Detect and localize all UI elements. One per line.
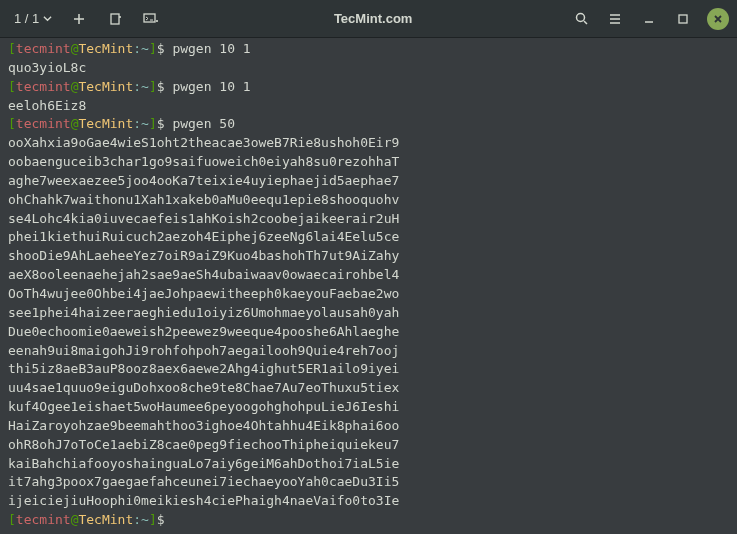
output-text: kuf4Ogee1eishaet5woHaumee6peyoogohghohpu… (8, 399, 399, 414)
output-text: eenah9ui8maigohJi9rohfohpoh7aegailooh9Qu… (8, 343, 399, 358)
terminal-line: OoTh4wujee0Ohbei4jaeJohpaewitheeph0kaeyo… (8, 285, 729, 304)
output-text: ohChahk7waithonu1Xah1xakeb0aMu0eequ1epie… (8, 192, 399, 207)
prompt-host: TecMint (78, 41, 133, 56)
terminal-line: ooXahxia9oGae4wieS1oht2theacae3oweB7Rie8… (8, 134, 729, 153)
terminal-line: se4Lohc4kia0iuvecaefeis1ahKoish2coobejai… (8, 210, 729, 229)
output-text: see1phei4haizeeraeghiedu1oiyiz6Umohmaeyo… (8, 305, 399, 320)
output-text: ohR8ohJ7oToCe1aebiZ8cae0peg9fiechooThiph… (8, 437, 399, 452)
terminal-line: oobaenguceib3char1go9saifuoweich0eiyah8s… (8, 153, 729, 172)
prompt-host: TecMint (78, 116, 133, 131)
output-text: phei1kiethuiRuicuch2aezoh4Eiphej6zeeNg6l… (8, 229, 399, 244)
output-text: ijeiciejiuHoophi0meikiesh4ciePhaigh4naeV… (8, 493, 399, 508)
titlebar: 1 / 1 TecMint.com (0, 0, 737, 38)
terminal-line: Due0echoomie0aeweish2peewez9weeque4poosh… (8, 323, 729, 342)
output-text: aghe7weexaezee5joo4ooKa7teixie4uyiephaej… (8, 173, 399, 188)
chevron-down-icon[interactable] (43, 14, 53, 23)
terminal-line: phei1kiethuiRuicuch2aezoh4Eiphej6zeeNg6l… (8, 228, 729, 247)
terminal-line: thi5iz8aeB3auP8ooz8aex6aewe2Ahg4ighut5ER… (8, 360, 729, 379)
window-title: TecMint.com (175, 11, 571, 26)
terminal-line: uu4sae1quuo9eiguDohxoo8che9te8Chae7Au7eo… (8, 379, 729, 398)
new-tab-button[interactable] (67, 7, 91, 31)
output-text: uu4sae1quuo9eiguDohxoo8che9te8Chae7Au7eo… (8, 380, 399, 395)
tab-counter: 1 / 1 (14, 11, 39, 26)
svg-rect-1 (144, 14, 155, 22)
output-text: aeX8ooleenaehejah2sae9aeSh4ubaiwaav0owae… (8, 267, 399, 282)
output-text: kaiBahchiafooyoshainguaLo7aiy6geiM6ahDot… (8, 456, 399, 471)
output-text: ooXahxia9oGae4wieS1oht2theacae3oweB7Rie8… (8, 135, 399, 150)
search-button[interactable] (571, 9, 591, 29)
terminal-line: kaiBahchiafooyoshainguaLo7aiy6geiM6ahDot… (8, 455, 729, 474)
terminal-line: [tecmint@TecMint:~]$ pwgen 50 (8, 115, 729, 134)
svg-point-2 (576, 14, 584, 22)
terminal-line: aeX8ooleenaehejah2sae9aeSh4ubaiwaav0owae… (8, 266, 729, 285)
new-window-button[interactable] (103, 7, 127, 31)
output-text: OoTh4wujee0Ohbei4jaeJohpaewitheeph0kaeyo… (8, 286, 399, 301)
terminal-line: eeloh6Eiz8 (8, 97, 729, 116)
output-text: it7ahg3poox7gaegaefahceunei7iechaeyooYah… (8, 474, 399, 489)
svg-rect-3 (679, 15, 687, 23)
prompt-user: tecmint (16, 79, 71, 94)
terminal-line: kuf4Ogee1eishaet5woHaumee6peyoogohghohpu… (8, 398, 729, 417)
output-text: oobaenguceib3char1go9saifuoweich0eiyah8s… (8, 154, 399, 169)
prompt-user: tecmint (16, 41, 71, 56)
command-text: pwgen 10 1 (172, 79, 250, 94)
prompt-host: TecMint (78, 512, 133, 527)
terminal-settings-button[interactable] (139, 7, 163, 31)
prompt-user: tecmint (16, 116, 71, 131)
close-button[interactable] (707, 8, 729, 30)
prompt-user: tecmint (16, 512, 71, 527)
maximize-button[interactable] (673, 9, 693, 29)
terminal-line: see1phei4haizeeraeghiedu1oiyiz6Umohmaeyo… (8, 304, 729, 323)
terminal-line: it7ahg3poox7gaegaefahceunei7iechaeyooYah… (8, 473, 729, 492)
terminal-body[interactable]: [tecmint@TecMint:~]$ pwgen 10 1quo3yioL8… (0, 38, 737, 534)
terminal-line: aghe7weexaezee5joo4ooKa7teixie4uyiephaej… (8, 172, 729, 191)
terminal-line: [tecmint@TecMint:~]$ (8, 511, 729, 530)
output-text: shooDie9AhLaeheeYez7oiR9aiZ9Kuo4bashohTh… (8, 248, 399, 263)
hamburger-menu-button[interactable] (605, 9, 625, 29)
output-text: eeloh6Eiz8 (8, 98, 86, 113)
terminal-line: HaiZaroyohzae9beemahthoo3ighoe4Ohtahhu4E… (8, 417, 729, 436)
right-controls (571, 8, 729, 30)
output-text: HaiZaroyohzae9beemahthoo3ighoe4Ohtahhu4E… (8, 418, 399, 433)
terminal-line: ijeiciejiuHoophi0meikiesh4ciePhaigh4naeV… (8, 492, 729, 511)
output-text: Due0echoomie0aeweish2peewez9weeque4poosh… (8, 324, 399, 339)
minimize-button[interactable] (639, 9, 659, 29)
command-text: pwgen 10 1 (172, 41, 250, 56)
output-text: se4Lohc4kia0iuvecaefeis1ahKoish2coobejai… (8, 211, 399, 226)
terminal-line: [tecmint@TecMint:~]$ pwgen 10 1 (8, 78, 729, 97)
terminal-line: ohR8ohJ7oToCe1aebiZ8cae0peg9fiechooThiph… (8, 436, 729, 455)
svg-rect-0 (111, 14, 119, 24)
terminal-line: eenah9ui8maigohJi9rohfohpoh7aegailooh9Qu… (8, 342, 729, 361)
terminal-line: ohChahk7waithonu1Xah1xakeb0aMu0eequ1epie… (8, 191, 729, 210)
output-text: thi5iz8aeB3auP8ooz8aex6aewe2Ahg4ighut5ER… (8, 361, 399, 376)
output-text: quo3yioL8c (8, 60, 86, 75)
command-text: pwgen 50 (172, 116, 235, 131)
prompt-host: TecMint (78, 79, 133, 94)
terminal-line: shooDie9AhLaeheeYez7oiR9aiZ9Kuo4bashohTh… (8, 247, 729, 266)
terminal-line: [tecmint@TecMint:~]$ pwgen 10 1 (8, 40, 729, 59)
terminal-line: quo3yioL8c (8, 59, 729, 78)
